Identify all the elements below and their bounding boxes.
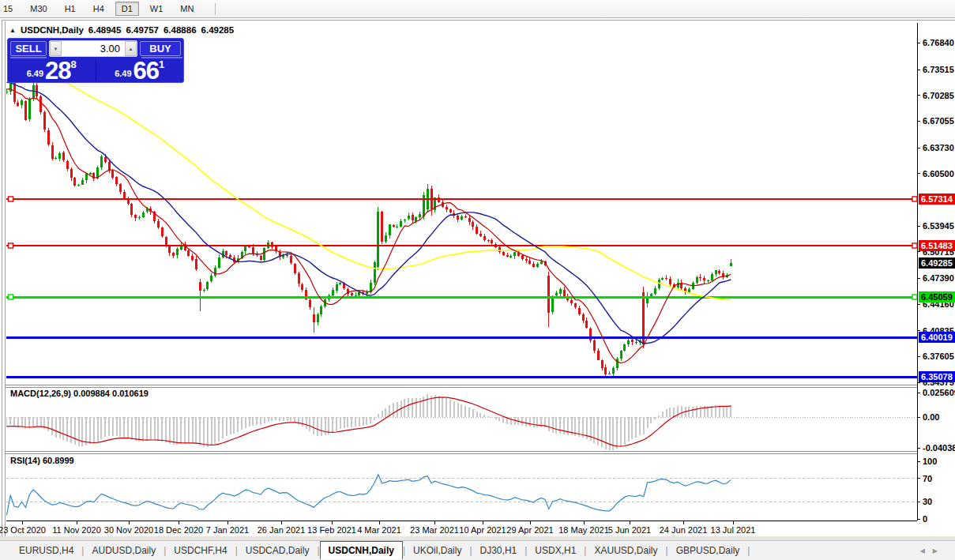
timeframe-m30[interactable]: M30: [24, 2, 53, 16]
rsi-line: [6, 475, 731, 516]
macd-indicator-label: MACD(12,26,9) 0.009884 0.010619: [10, 389, 149, 398]
one-click-trading-panel: SELL ▼ 3.00 ▲ BUY 6.49 28 8 6.49 66 1: [7, 38, 184, 83]
date-label: 4 Mar 2021: [357, 525, 401, 535]
macd-pane-separator[interactable]: [6, 385, 955, 388]
volume-increase-icon[interactable]: ▲: [125, 41, 137, 56]
chart-tab-usdcnh[interactable]: USDCNH,Daily: [320, 541, 403, 559]
date-label: 10 Apr 2021: [459, 525, 506, 535]
macd-pane: [6, 394, 917, 450]
tab-scroll-arrows: ◀ ▶: [920, 541, 938, 560]
date-tick: [227, 521, 228, 524]
chart-tabs: EURUSD,H4|AUDUSD,Daily|USDCHF,H4|USDCAD,…: [0, 541, 750, 560]
chart-tab-dj30[interactable]: DJ30,H1: [472, 543, 525, 559]
ask-price-pipette: 1: [159, 59, 164, 70]
date-label: 13 Feb 2021: [307, 525, 356, 535]
date-label: 26 Jan 2021: [258, 525, 306, 535]
date-tick: [77, 521, 77, 524]
timeframe-h4[interactable]: H4: [87, 2, 111, 16]
date-label: 11 Nov 2020: [52, 525, 101, 535]
date-label: 30 Nov 2020: [104, 525, 153, 535]
ohlc-open: 6.48945: [88, 25, 122, 35]
rsi-pane: [6, 475, 917, 516]
bid-price-pipette: 8: [71, 59, 77, 70]
price-axis[interactable]: 6.768406.735156.702856.670556.637306.605…: [917, 23, 955, 521]
timeframe-d1[interactable]: D1: [115, 2, 139, 16]
chart-tab-eurusd[interactable]: EURUSD,H4: [11, 543, 81, 559]
date-label: 23 Mar 2021: [410, 525, 459, 535]
date-label: 24 Jun 2021: [660, 525, 708, 535]
line-handle[interactable]: [9, 295, 13, 299]
rsi-pane-separator[interactable]: [6, 451, 955, 454]
volume-input[interactable]: 3.00: [62, 43, 125, 54]
toolbar-separator: [215, 3, 216, 15]
date-tick: [22, 521, 23, 524]
timeframe-h1[interactable]: H1: [58, 2, 82, 16]
sell-button[interactable]: SELL: [10, 41, 47, 56]
ohlc-close: 6.49285: [201, 25, 235, 35]
ma-20-line: [6, 82, 731, 344]
volume-stepper: ▼ 3.00 ▲: [49, 40, 137, 57]
price-tick: 6.63730: [918, 142, 954, 153]
date-tick: [683, 521, 684, 524]
level-price-label: 6.40019: [919, 332, 955, 343]
chart-tab-bar: EURUSD,H4|AUDUSD,Daily|USDCHF,H4|USDCAD,…: [0, 540, 955, 560]
ask-price-prefix: 6.49: [115, 70, 131, 81]
macd-signal-line: [6, 397, 731, 446]
date-label: 5 Jun 2021: [608, 525, 651, 535]
date-tick: [179, 521, 179, 524]
rsi-axis-tick: 30: [918, 496, 932, 507]
price-pane: [6, 58, 917, 377]
price-tick: 6.47390: [918, 272, 954, 284]
window-frame-left: [2, 20, 2, 539]
symbol-marker-icon: ▲: [9, 27, 16, 34]
date-tick: [129, 521, 130, 524]
timeframe-15[interactable]: 15: [0, 2, 19, 16]
price-tick: 6.53945: [918, 220, 954, 231]
chart-symbol-period: USDCNH,Daily: [21, 25, 84, 35]
price-tick: 6.73515: [918, 64, 954, 75]
rsi-axis-tick: 100: [918, 456, 937, 467]
ask-price[interactable]: 6.49 66 1: [96, 58, 184, 83]
timeframe-mn[interactable]: MN: [174, 2, 200, 16]
ma-8-line: [6, 89, 731, 363]
line-handle[interactable]: [9, 197, 13, 201]
ohlc-low: 6.48886: [164, 25, 197, 35]
date-tick: [530, 521, 531, 524]
tab-separator: |: [747, 545, 750, 556]
chart-tab-usdcad[interactable]: USDCAD,Daily: [238, 543, 318, 559]
chart-tab-usdx[interactable]: USDX,H1: [527, 543, 584, 559]
ask-price-digits: 66: [133, 61, 159, 81]
bid-price[interactable]: 6.49 28 8: [8, 58, 96, 83]
level-price-label: 6.45059: [919, 291, 955, 303]
macd-axis-tick: 0.00: [918, 412, 939, 423]
macd-axis-tick: 0.025609: [918, 387, 955, 398]
price-tick: 6.76840: [918, 37, 954, 48]
buy-button[interactable]: BUY: [140, 41, 181, 56]
tab-scroll-left-icon[interactable]: ◀: [920, 547, 925, 554]
chart-border-left: [5, 21, 6, 537]
date-label: 29 Apr 2021: [506, 525, 553, 535]
date-tick: [733, 521, 734, 524]
date-tick: [434, 521, 435, 524]
level-price-label: 6.35078: [919, 371, 955, 382]
chart-tab-audusd[interactable]: AUDUSD,Daily: [84, 543, 164, 559]
chart-tab-gbpusd[interactable]: GBPUSD,Daily: [668, 543, 748, 559]
date-axis[interactable]: 23 Oct 202011 Nov 202030 Nov 202018 Dec …: [6, 521, 917, 536]
chart-title: ▲ USDCNH,Daily 6.48945 6.49757 6.48886 6…: [9, 24, 239, 36]
chart-tab-usdchf[interactable]: USDCHF,H4: [166, 543, 235, 559]
date-tick: [379, 521, 380, 524]
level-price-label: 6.57314: [919, 194, 955, 205]
chart-canvas: [6, 23, 917, 521]
timeframe-w1[interactable]: W1: [144, 2, 170, 16]
volume-decrease-icon[interactable]: ▼: [50, 41, 62, 56]
chart-tab-xauusd[interactable]: XAUUSD,Daily: [586, 543, 665, 559]
window-frame-top: [2, 20, 955, 21]
tab-scroll-right-icon[interactable]: ▶: [933, 547, 938, 554]
bid-price-digits: 28: [45, 61, 70, 81]
mt4-window: 15M30H1H4D1W1MN ▲ USDCNH,Daily 6.48945 6…: [0, 0, 955, 560]
date-tick: [584, 521, 585, 524]
line-handle[interactable]: [9, 243, 13, 248]
chart-tab-ukoil[interactable]: UKOil,Daily: [405, 543, 469, 559]
date-label: 18 May 2021: [558, 525, 609, 535]
price-tick: 6.60500: [918, 168, 954, 179]
